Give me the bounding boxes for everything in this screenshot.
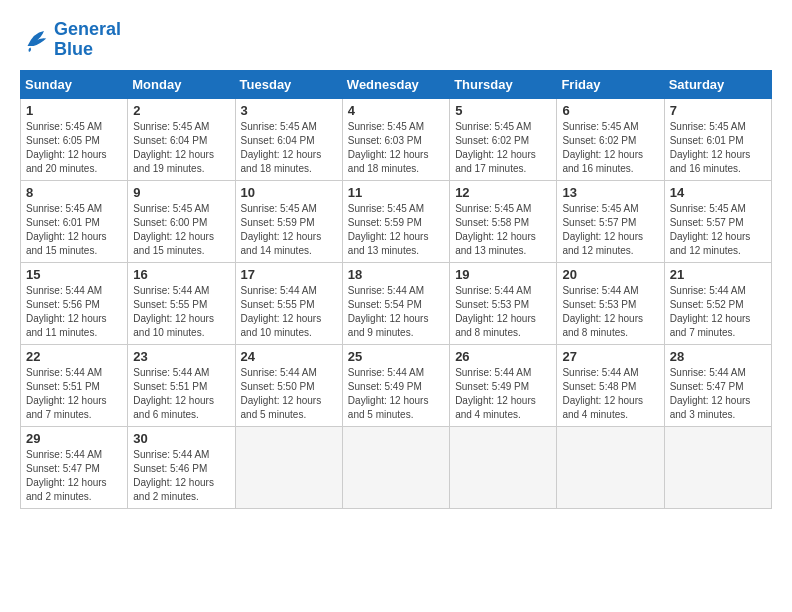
day-header-friday: Friday [557, 70, 664, 98]
calendar-day-cell: 27 Sunrise: 5:44 AM Sunset: 5:48 PM Dayl… [557, 344, 664, 426]
page-header: General Blue [20, 20, 772, 60]
day-info: Sunrise: 5:44 AM Sunset: 5:47 PM Dayligh… [26, 448, 122, 504]
calendar-day-cell: 18 Sunrise: 5:44 AM Sunset: 5:54 PM Dayl… [342, 262, 449, 344]
calendar-day-cell: 8 Sunrise: 5:45 AM Sunset: 6:01 PM Dayli… [21, 180, 128, 262]
day-number: 13 [562, 185, 658, 200]
day-info: Sunrise: 5:44 AM Sunset: 5:53 PM Dayligh… [562, 284, 658, 340]
day-number: 20 [562, 267, 658, 282]
day-number: 29 [26, 431, 122, 446]
day-number: 17 [241, 267, 337, 282]
calendar-day-cell: 23 Sunrise: 5:44 AM Sunset: 5:51 PM Dayl… [128, 344, 235, 426]
day-info: Sunrise: 5:45 AM Sunset: 5:59 PM Dayligh… [348, 202, 444, 258]
day-info: Sunrise: 5:44 AM Sunset: 5:49 PM Dayligh… [455, 366, 551, 422]
calendar-day-cell: 29 Sunrise: 5:44 AM Sunset: 5:47 PM Dayl… [21, 426, 128, 508]
calendar-day-cell: 11 Sunrise: 5:45 AM Sunset: 5:59 PM Dayl… [342, 180, 449, 262]
calendar-week-row: 15 Sunrise: 5:44 AM Sunset: 5:56 PM Dayl… [21, 262, 772, 344]
day-info: Sunrise: 5:45 AM Sunset: 6:02 PM Dayligh… [562, 120, 658, 176]
day-number: 16 [133, 267, 229, 282]
calendar-day-cell: 10 Sunrise: 5:45 AM Sunset: 5:59 PM Dayl… [235, 180, 342, 262]
day-number: 3 [241, 103, 337, 118]
calendar-day-cell: 13 Sunrise: 5:45 AM Sunset: 5:57 PM Dayl… [557, 180, 664, 262]
day-info: Sunrise: 5:45 AM Sunset: 6:02 PM Dayligh… [455, 120, 551, 176]
day-info: Sunrise: 5:45 AM Sunset: 5:59 PM Dayligh… [241, 202, 337, 258]
logo: General Blue [20, 20, 121, 60]
calendar-day-cell: 22 Sunrise: 5:44 AM Sunset: 5:51 PM Dayl… [21, 344, 128, 426]
calendar-day-cell: 30 Sunrise: 5:44 AM Sunset: 5:46 PM Dayl… [128, 426, 235, 508]
day-info: Sunrise: 5:45 AM Sunset: 6:00 PM Dayligh… [133, 202, 229, 258]
day-number: 12 [455, 185, 551, 200]
day-info: Sunrise: 5:44 AM Sunset: 5:49 PM Dayligh… [348, 366, 444, 422]
calendar-day-cell: 28 Sunrise: 5:44 AM Sunset: 5:47 PM Dayl… [664, 344, 771, 426]
calendar-day-cell [664, 426, 771, 508]
calendar-day-cell: 15 Sunrise: 5:44 AM Sunset: 5:56 PM Dayl… [21, 262, 128, 344]
calendar-day-cell [235, 426, 342, 508]
day-number: 1 [26, 103, 122, 118]
day-number: 11 [348, 185, 444, 200]
day-number: 19 [455, 267, 551, 282]
calendar-day-cell: 14 Sunrise: 5:45 AM Sunset: 5:57 PM Dayl… [664, 180, 771, 262]
day-info: Sunrise: 5:44 AM Sunset: 5:48 PM Dayligh… [562, 366, 658, 422]
day-info: Sunrise: 5:45 AM Sunset: 6:04 PM Dayligh… [241, 120, 337, 176]
day-info: Sunrise: 5:44 AM Sunset: 5:46 PM Dayligh… [133, 448, 229, 504]
calendar-day-cell: 19 Sunrise: 5:44 AM Sunset: 5:53 PM Dayl… [450, 262, 557, 344]
calendar-day-cell: 16 Sunrise: 5:44 AM Sunset: 5:55 PM Dayl… [128, 262, 235, 344]
day-info: Sunrise: 5:45 AM Sunset: 6:05 PM Dayligh… [26, 120, 122, 176]
day-info: Sunrise: 5:45 AM Sunset: 5:58 PM Dayligh… [455, 202, 551, 258]
day-info: Sunrise: 5:45 AM Sunset: 6:01 PM Dayligh… [670, 120, 766, 176]
day-info: Sunrise: 5:44 AM Sunset: 5:55 PM Dayligh… [133, 284, 229, 340]
calendar-day-cell [557, 426, 664, 508]
calendar-week-row: 22 Sunrise: 5:44 AM Sunset: 5:51 PM Dayl… [21, 344, 772, 426]
day-info: Sunrise: 5:45 AM Sunset: 5:57 PM Dayligh… [562, 202, 658, 258]
calendar-day-cell: 17 Sunrise: 5:44 AM Sunset: 5:55 PM Dayl… [235, 262, 342, 344]
day-number: 26 [455, 349, 551, 364]
calendar-day-cell: 3 Sunrise: 5:45 AM Sunset: 6:04 PM Dayli… [235, 98, 342, 180]
day-info: Sunrise: 5:45 AM Sunset: 6:04 PM Dayligh… [133, 120, 229, 176]
calendar-header-row: SundayMondayTuesdayWednesdayThursdayFrid… [21, 70, 772, 98]
day-number: 10 [241, 185, 337, 200]
day-info: Sunrise: 5:44 AM Sunset: 5:54 PM Dayligh… [348, 284, 444, 340]
day-number: 27 [562, 349, 658, 364]
day-header-tuesday: Tuesday [235, 70, 342, 98]
calendar-week-row: 8 Sunrise: 5:45 AM Sunset: 6:01 PM Dayli… [21, 180, 772, 262]
calendar-day-cell: 21 Sunrise: 5:44 AM Sunset: 5:52 PM Dayl… [664, 262, 771, 344]
day-info: Sunrise: 5:44 AM Sunset: 5:50 PM Dayligh… [241, 366, 337, 422]
calendar-day-cell [450, 426, 557, 508]
calendar-day-cell: 12 Sunrise: 5:45 AM Sunset: 5:58 PM Dayl… [450, 180, 557, 262]
calendar-table: SundayMondayTuesdayWednesdayThursdayFrid… [20, 70, 772, 509]
calendar-day-cell: 4 Sunrise: 5:45 AM Sunset: 6:03 PM Dayli… [342, 98, 449, 180]
day-number: 18 [348, 267, 444, 282]
calendar-day-cell: 1 Sunrise: 5:45 AM Sunset: 6:05 PM Dayli… [21, 98, 128, 180]
day-info: Sunrise: 5:44 AM Sunset: 5:55 PM Dayligh… [241, 284, 337, 340]
day-info: Sunrise: 5:45 AM Sunset: 5:57 PM Dayligh… [670, 202, 766, 258]
logo-icon [20, 25, 50, 55]
calendar-week-row: 1 Sunrise: 5:45 AM Sunset: 6:05 PM Dayli… [21, 98, 772, 180]
day-info: Sunrise: 5:44 AM Sunset: 5:51 PM Dayligh… [133, 366, 229, 422]
day-header-thursday: Thursday [450, 70, 557, 98]
day-number: 24 [241, 349, 337, 364]
day-number: 30 [133, 431, 229, 446]
day-number: 5 [455, 103, 551, 118]
day-info: Sunrise: 5:44 AM Sunset: 5:51 PM Dayligh… [26, 366, 122, 422]
calendar-day-cell: 2 Sunrise: 5:45 AM Sunset: 6:04 PM Dayli… [128, 98, 235, 180]
calendar-day-cell: 26 Sunrise: 5:44 AM Sunset: 5:49 PM Dayl… [450, 344, 557, 426]
calendar-day-cell: 20 Sunrise: 5:44 AM Sunset: 5:53 PM Dayl… [557, 262, 664, 344]
calendar-day-cell: 24 Sunrise: 5:44 AM Sunset: 5:50 PM Dayl… [235, 344, 342, 426]
day-number: 6 [562, 103, 658, 118]
day-info: Sunrise: 5:44 AM Sunset: 5:56 PM Dayligh… [26, 284, 122, 340]
day-number: 23 [133, 349, 229, 364]
calendar-day-cell [342, 426, 449, 508]
day-number: 15 [26, 267, 122, 282]
day-number: 28 [670, 349, 766, 364]
calendar-day-cell: 6 Sunrise: 5:45 AM Sunset: 6:02 PM Dayli… [557, 98, 664, 180]
day-header-sunday: Sunday [21, 70, 128, 98]
day-number: 22 [26, 349, 122, 364]
day-info: Sunrise: 5:45 AM Sunset: 6:03 PM Dayligh… [348, 120, 444, 176]
day-info: Sunrise: 5:44 AM Sunset: 5:52 PM Dayligh… [670, 284, 766, 340]
calendar-day-cell: 25 Sunrise: 5:44 AM Sunset: 5:49 PM Dayl… [342, 344, 449, 426]
day-header-saturday: Saturday [664, 70, 771, 98]
day-info: Sunrise: 5:45 AM Sunset: 6:01 PM Dayligh… [26, 202, 122, 258]
calendar-day-cell: 9 Sunrise: 5:45 AM Sunset: 6:00 PM Dayli… [128, 180, 235, 262]
day-number: 8 [26, 185, 122, 200]
day-number: 21 [670, 267, 766, 282]
day-info: Sunrise: 5:44 AM Sunset: 5:53 PM Dayligh… [455, 284, 551, 340]
